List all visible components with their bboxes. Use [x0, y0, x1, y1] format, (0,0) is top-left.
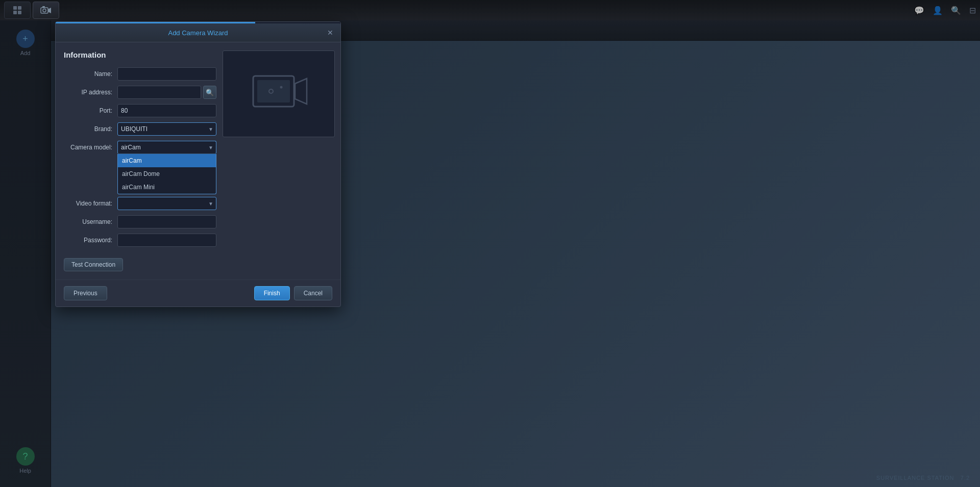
username-label: Username: [64, 218, 117, 225]
camera-model-dropdown-arrow: ▼ [208, 145, 213, 150]
brand-dropdown-arrow: ▼ [208, 126, 213, 132]
video-format-row: Video format: ▼ [64, 197, 216, 210]
svg-marker-12 [295, 79, 307, 104]
camera-model-dropdown-list: airCam airCam Dome airCam Mini [117, 154, 216, 194]
password-input[interactable] [117, 234, 216, 247]
camera-model-label: Camera model: [64, 144, 117, 151]
username-row: Username: [64, 215, 216, 228]
footer-right-buttons: Finish Cancel [254, 286, 332, 300]
dropdown-option-aircam[interactable]: airCam [118, 154, 216, 167]
finish-button[interactable]: Finish [254, 286, 290, 300]
password-row: Password: [64, 234, 216, 247]
dialog-title: Add Camera Wizard [70, 29, 326, 37]
camera-model-row: Camera model: airCam ▼ airCam airCam Dom… [64, 141, 216, 154]
brand-select[interactable]: UBIQUITI ▼ [117, 122, 216, 136]
brand-label: Brand: [64, 125, 117, 133]
name-label: Name: [64, 70, 117, 78]
ip-address-row: IP address: 🔍 [64, 86, 216, 99]
ip-address-input[interactable] [117, 86, 201, 99]
ip-address-field-group: 🔍 [117, 86, 216, 99]
port-label: Port: [64, 107, 117, 114]
video-format-select-wrapper: ▼ [117, 197, 216, 210]
camera-preview-icon [248, 71, 309, 117]
camera-preview [223, 50, 335, 137]
name-row: Name: [64, 67, 216, 81]
ip-address-label: IP address: [64, 89, 117, 96]
svg-point-11 [280, 86, 283, 89]
form-section: Information Name: IP address: 🔍 Port: [64, 50, 216, 271]
password-label: Password: [64, 237, 117, 244]
camera-model-select-wrapper: airCam ▼ airCam airCam Dome airCam Mini [117, 141, 216, 154]
brand-select-wrapper: UBIQUITI ▼ [117, 122, 216, 136]
add-camera-wizard-dialog: Add Camera Wizard ✕ Information Name: IP… [55, 21, 341, 307]
form-section-title: Information [64, 50, 216, 59]
name-input[interactable] [117, 67, 216, 81]
port-row: Port: [64, 104, 216, 117]
dropdown-option-aircam-dome[interactable]: airCam Dome [118, 167, 216, 181]
camera-model-select[interactable]: airCam ▼ [117, 141, 216, 154]
dialog-body: Information Name: IP address: 🔍 Port: [56, 42, 340, 279]
brand-row: Brand: UBIQUITI ▼ [64, 122, 216, 136]
test-connection-button[interactable]: Test Connection [64, 258, 123, 271]
cancel-button[interactable]: Cancel [294, 286, 332, 300]
username-input[interactable] [117, 215, 216, 228]
previous-button[interactable]: Previous [64, 286, 107, 300]
dialog-close-button[interactable]: ✕ [326, 29, 334, 37]
video-format-label: Video format: [64, 200, 117, 207]
dialog-titlebar: Add Camera Wizard ✕ [56, 23, 340, 42]
ip-search-button[interactable]: 🔍 [203, 86, 216, 99]
dropdown-option-aircam-mini[interactable]: airCam Mini [118, 181, 216, 194]
port-input[interactable] [117, 104, 216, 117]
video-format-select[interactable]: ▼ [117, 197, 216, 210]
video-format-dropdown-arrow: ▼ [208, 201, 213, 207]
dialog-footer: Previous Finish Cancel [56, 279, 340, 306]
